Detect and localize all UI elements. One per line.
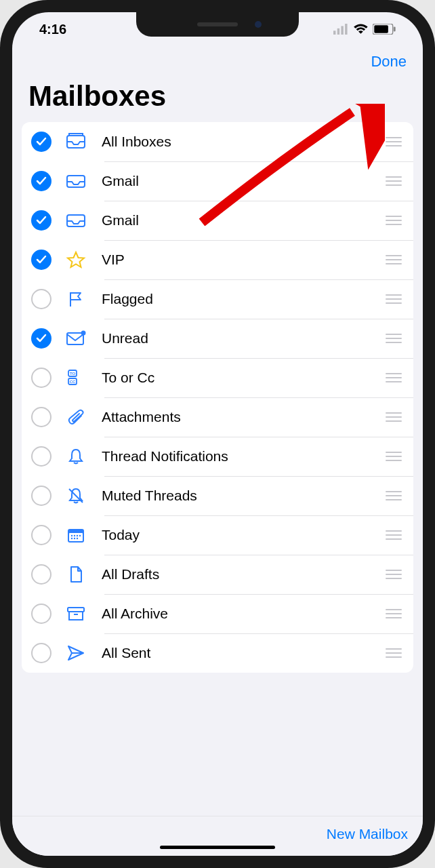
status-time: 4:16 <box>39 22 66 37</box>
mailbox-label: Unread <box>102 330 384 347</box>
page-title: Mailboxes <box>12 76 423 122</box>
mailbox-row[interactable]: VIP <box>22 240 413 279</box>
checkbox-on[interactable] <box>31 328 51 349</box>
phone-frame: 4:16 Done Mailboxes All InboxesGmailGmai… <box>0 0 435 868</box>
new-mailbox-button[interactable]: New Mailbox <box>327 826 408 842</box>
mailbox-label: Flagged <box>102 291 384 307</box>
checkbox-on[interactable] <box>31 210 51 231</box>
mailbox-label: All Archive <box>102 606 384 622</box>
reorder-handle-icon[interactable] <box>384 334 404 343</box>
mailbox-label: All Drafts <box>102 566 384 583</box>
mailbox-row[interactable]: Thread Notifications <box>22 437 413 476</box>
checkbox-off[interactable] <box>31 643 51 663</box>
mailbox-row[interactable]: All Archive <box>22 594 413 633</box>
mailbox-label: Muted Threads <box>102 488 384 504</box>
doc-icon <box>61 565 91 584</box>
mailbox-row[interactable]: Attachments <box>22 397 413 437</box>
done-button[interactable]: Done <box>371 53 407 71</box>
svg-rect-5 <box>374 25 388 33</box>
mailbox-row[interactable]: Muted Threads <box>22 476 413 515</box>
svg-rect-2 <box>341 26 343 35</box>
tray-icon <box>61 172 91 191</box>
mailbox-row[interactable]: All Drafts <box>22 555 413 594</box>
archive-icon <box>61 604 91 623</box>
calendar-icon <box>61 526 91 545</box>
cellular-icon <box>333 24 349 35</box>
checkbox-off[interactable] <box>31 564 51 585</box>
bell-icon <box>61 447 91 466</box>
flag-icon <box>61 290 91 309</box>
mailbox-label: To or Cc <box>102 370 384 386</box>
star-icon <box>61 250 91 269</box>
checkbox-on[interactable] <box>31 250 51 270</box>
mailbox-label: Gmail <box>102 173 384 189</box>
checkbox-on[interactable] <box>31 132 51 152</box>
wifi-icon <box>353 24 369 35</box>
reorder-handle-icon[interactable] <box>384 570 404 579</box>
mailbox-row[interactable]: Gmail <box>22 201 413 240</box>
tray-icon <box>61 211 91 230</box>
bell-slash-icon <box>61 486 91 505</box>
reorder-handle-icon[interactable] <box>384 137 404 146</box>
mailbox-row[interactable]: To or Cc <box>22 358 413 397</box>
svg-rect-0 <box>333 31 335 35</box>
checkbox-off[interactable] <box>31 525 51 545</box>
svg-rect-3 <box>345 24 347 35</box>
mailbox-label: Today <box>102 527 384 543</box>
mailbox-row[interactable]: All Inboxes <box>22 122 413 161</box>
mailbox-label: All Sent <box>102 645 384 661</box>
reorder-handle-icon[interactable] <box>384 648 404 658</box>
reorder-handle-icon[interactable] <box>384 452 404 461</box>
reorder-handle-icon[interactable] <box>384 216 404 225</box>
status-right <box>333 24 396 35</box>
svg-rect-6 <box>394 27 396 32</box>
reorder-handle-icon[interactable] <box>384 255 404 264</box>
reorder-handle-icon[interactable] <box>384 609 404 618</box>
checkbox-off[interactable] <box>31 486 51 506</box>
reorder-handle-icon[interactable] <box>384 530 404 540</box>
checkbox-off[interactable] <box>31 604 51 624</box>
clip-icon <box>61 408 91 427</box>
checkbox-off[interactable] <box>31 289 51 309</box>
reorder-handle-icon[interactable] <box>384 373 404 382</box>
mailbox-row[interactable]: Unread <box>22 319 413 358</box>
svg-rect-1 <box>337 28 339 35</box>
reorder-handle-icon[interactable] <box>384 294 404 304</box>
mailbox-row[interactable]: Flagged <box>22 279 413 319</box>
mailbox-label: Attachments <box>102 409 384 425</box>
mailbox-row[interactable]: Gmail <box>22 161 413 201</box>
mailbox-list: All InboxesGmailGmailVIPFlaggedUnreadTo … <box>22 122 413 673</box>
mailbox-label: Thread Notifications <box>102 448 384 465</box>
checkbox-off[interactable] <box>31 368 51 388</box>
mailbox-label: All Inboxes <box>102 134 384 150</box>
nav-bar: Done <box>12 46 423 76</box>
home-indicator <box>160 846 275 849</box>
tocc-icon <box>61 368 91 387</box>
mailbox-row[interactable]: Today <box>22 515 413 555</box>
mailbox-label: Gmail <box>102 212 384 229</box>
bottom-toolbar: New Mailbox <box>12 816 423 856</box>
mailbox-label: VIP <box>102 252 384 268</box>
checkbox-off[interactable] <box>31 407 51 427</box>
checkbox-off[interactable] <box>31 446 51 467</box>
battery-icon <box>373 24 396 35</box>
notch <box>136 12 299 37</box>
unread-icon <box>61 329 91 348</box>
screen: 4:16 Done Mailboxes All InboxesGmailGmai… <box>12 12 423 856</box>
checkbox-on[interactable] <box>31 171 51 191</box>
send-icon <box>61 644 91 663</box>
mailbox-row[interactable]: All Sent <box>22 633 413 673</box>
reorder-handle-icon[interactable] <box>384 176 404 186</box>
reorder-handle-icon[interactable] <box>384 412 404 422</box>
stacked-tray-icon <box>61 132 91 151</box>
reorder-handle-icon[interactable] <box>384 491 404 500</box>
